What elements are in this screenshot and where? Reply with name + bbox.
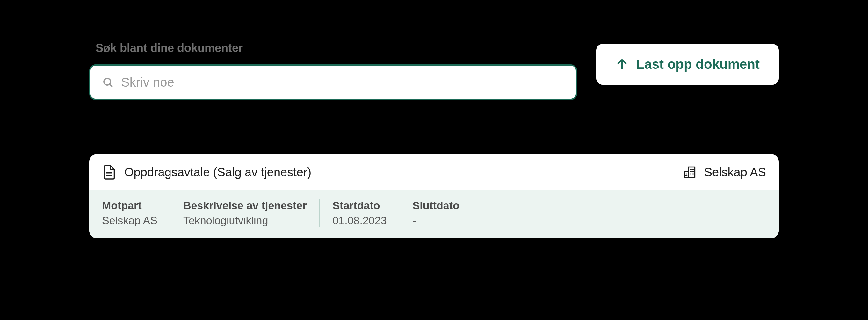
field-label: Beskrivelse av tjenester [183, 199, 307, 212]
field-beskrivelse: Beskrivelse av tjenester Teknologiutvikl… [170, 199, 320, 227]
document-card-body: Motpart Selskap AS Beskrivelse av tjenes… [89, 190, 779, 238]
field-sluttdato: Sluttdato - [400, 199, 472, 227]
document-title-group: Oppdragsavtale (Salg av tjenester) [102, 164, 311, 180]
search-input[interactable] [121, 75, 564, 90]
svg-line-1 [110, 84, 112, 86]
document-company-name: Selskap AS [704, 166, 766, 179]
upload-button-label: Last opp dokument [636, 57, 760, 72]
search-block: Søk blant dine dokumenter [89, 41, 577, 100]
field-label: Motpart [102, 199, 157, 212]
svg-rect-6 [684, 172, 688, 178]
top-row: Søk blant dine dokumenter Last opp dokum… [89, 41, 779, 100]
svg-rect-5 [688, 167, 695, 178]
field-value: Selskap AS [102, 214, 157, 227]
document-title: Oppdragsavtale (Salg av tjenester) [124, 166, 311, 179]
company-icon [683, 165, 696, 179]
field-label: Sluttdato [413, 199, 460, 212]
upload-icon [615, 58, 629, 71]
field-value: Teknologiutvikling [183, 214, 307, 227]
field-value: 01.08.2023 [332, 214, 386, 227]
search-icon [102, 76, 114, 88]
field-label: Startdato [332, 199, 386, 212]
upload-document-button[interactable]: Last opp dokument [596, 44, 779, 85]
document-company-group: Selskap AS [683, 165, 766, 179]
field-value: - [413, 214, 460, 227]
document-icon [102, 164, 115, 180]
search-label: Søk blant dine dokumenter [96, 41, 577, 55]
document-card[interactable]: Oppdragsavtale (Salg av tjenester) Selsk… [89, 154, 779, 238]
field-startdato: Startdato 01.08.2023 [320, 199, 400, 227]
document-card-header: Oppdragsavtale (Salg av tjenester) Selsk… [89, 154, 779, 190]
search-input-container[interactable] [89, 64, 577, 100]
field-motpart: Motpart Selskap AS [102, 199, 170, 227]
